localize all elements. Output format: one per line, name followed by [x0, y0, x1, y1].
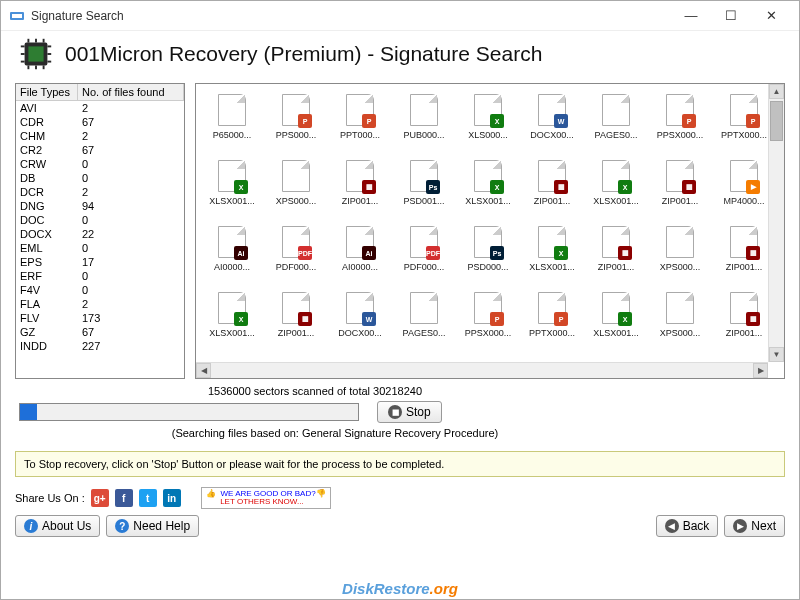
- file-item[interactable]: XXLSX001...: [586, 292, 646, 338]
- scroll-down-icon[interactable]: ▼: [769, 347, 784, 362]
- file-icon: ▦: [730, 292, 758, 324]
- progress-bar: [19, 403, 359, 421]
- close-button[interactable]: ✕: [751, 4, 791, 28]
- about-us-button[interactable]: i About Us: [15, 515, 100, 537]
- file-icon: Ai: [218, 226, 246, 258]
- file-name: PPTX000...: [522, 328, 582, 338]
- file-type-row[interactable]: FLA2: [16, 297, 184, 311]
- file-type-row[interactable]: CR267: [16, 143, 184, 157]
- minimize-button[interactable]: —: [671, 4, 711, 28]
- file-type-row[interactable]: F4V0: [16, 283, 184, 297]
- file-type-row[interactable]: CRW0: [16, 157, 184, 171]
- scroll-up-icon[interactable]: ▲: [769, 84, 784, 99]
- file-type-row[interactable]: FLV173: [16, 311, 184, 325]
- file-item[interactable]: PPPSX000...: [650, 94, 710, 140]
- file-item[interactable]: XXLSX001...: [522, 226, 582, 272]
- file-type-row[interactable]: DOCX22: [16, 227, 184, 241]
- facebook-icon[interactable]: f: [115, 489, 133, 507]
- col-file-types[interactable]: File Types: [16, 84, 78, 100]
- file-type-row[interactable]: DCR2: [16, 185, 184, 199]
- file-item[interactable]: XPS000...: [650, 292, 710, 338]
- file-item[interactable]: XXLS000...: [458, 94, 518, 140]
- file-item[interactable]: PPPS000...: [266, 94, 326, 140]
- file-item[interactable]: AiAI0000...: [330, 226, 390, 272]
- next-button[interactable]: ▶ Next: [724, 515, 785, 537]
- scroll-thumb[interactable]: [770, 101, 783, 141]
- googleplus-icon[interactable]: g+: [91, 489, 109, 507]
- file-type-row[interactable]: DOC0: [16, 213, 184, 227]
- need-help-button[interactable]: ? Need Help: [106, 515, 199, 537]
- page-title: 001Micron Recovery (Premium) - Signature…: [65, 42, 542, 66]
- file-item[interactable]: ▦ZIP001...: [586, 226, 646, 272]
- file-type-row[interactable]: EML0: [16, 241, 184, 255]
- file-item[interactable]: PAGES0...: [394, 292, 454, 338]
- file-name: XLSX001...: [202, 328, 262, 338]
- col-files-found[interactable]: No. of files found: [78, 84, 184, 100]
- file-item[interactable]: PPPSX000...: [458, 292, 518, 338]
- file-item[interactable]: ▦ZIP001...: [650, 160, 710, 206]
- file-name: PDF000...: [266, 262, 326, 272]
- scroll-left-icon[interactable]: ◀: [196, 363, 211, 378]
- feedback-button[interactable]: 👍 WE ARE GOOD OR BAD?👎 LET OTHERS KNOW..…: [201, 487, 331, 509]
- file-item[interactable]: WDOCX00...: [330, 292, 390, 338]
- file-name: XLSX001...: [202, 196, 262, 206]
- file-item[interactable]: ▶MP4000...: [714, 160, 774, 206]
- file-item[interactable]: PPPTX000...: [522, 292, 582, 338]
- svg-rect-3: [28, 46, 43, 61]
- files-grid[interactable]: P65000...PPPS000...PPPT000...PUB000...XX…: [198, 90, 782, 342]
- file-item[interactable]: P65000...: [202, 94, 262, 140]
- window-titlebar: Signature Search — ☐ ✕: [1, 1, 799, 31]
- file-item[interactable]: AiAI0000...: [202, 226, 262, 272]
- file-type-row[interactable]: DB0: [16, 171, 184, 185]
- file-types-header: File Types No. of files found: [16, 84, 184, 101]
- vertical-scrollbar[interactable]: ▲ ▼: [768, 84, 784, 362]
- maximize-button[interactable]: ☐: [711, 4, 751, 28]
- file-item[interactable]: WDOCX00...: [522, 94, 582, 140]
- file-item[interactable]: PDFPDF000...: [266, 226, 326, 272]
- file-item[interactable]: XPS000...: [650, 226, 710, 272]
- share-row: Share Us On : g+ f t in 👍 WE ARE GOOD OR…: [1, 483, 799, 513]
- file-item[interactable]: PsPSD000...: [458, 226, 518, 272]
- file-item[interactable]: PPPT000...: [330, 94, 390, 140]
- file-type-row[interactable]: EPS17: [16, 255, 184, 269]
- file-item[interactable]: PsPSD001...: [394, 160, 454, 206]
- file-item[interactable]: PUB000...: [394, 94, 454, 140]
- file-icon: [666, 226, 694, 258]
- file-item[interactable]: ▦ZIP001...: [714, 292, 774, 338]
- horizontal-scrollbar[interactable]: ◀ ▶: [196, 362, 768, 378]
- file-type-row[interactable]: ERF0: [16, 269, 184, 283]
- file-item[interactable]: ▦ZIP001...: [714, 226, 774, 272]
- back-button[interactable]: ◀ Back: [656, 515, 719, 537]
- stop-button[interactable]: ◼ Stop: [377, 401, 442, 423]
- share-label: Share Us On :: [15, 492, 85, 504]
- file-type-row[interactable]: INDD227: [16, 339, 184, 353]
- file-icon: ▦: [602, 226, 630, 258]
- file-name: XLSX001...: [586, 196, 646, 206]
- file-icon: Ps: [410, 160, 438, 192]
- twitter-icon[interactable]: t: [139, 489, 157, 507]
- file-item[interactable]: PDFPDF000...: [394, 226, 454, 272]
- file-types-list[interactable]: AVI2CDR67CHM2CR267CRW0DB0DCR2DNG94DOC0DO…: [16, 101, 184, 377]
- file-icon: X: [474, 94, 502, 126]
- file-item[interactable]: PAGES0...: [586, 94, 646, 140]
- file-type-row[interactable]: AVI2: [16, 101, 184, 115]
- file-item[interactable]: XXLSX001...: [202, 160, 262, 206]
- file-item[interactable]: ▦ZIP001...: [522, 160, 582, 206]
- file-icon: [218, 94, 246, 126]
- file-type-row[interactable]: GZ67: [16, 325, 184, 339]
- file-item[interactable]: XXLSX001...: [458, 160, 518, 206]
- scroll-right-icon[interactable]: ▶: [753, 363, 768, 378]
- file-icon: P: [474, 292, 502, 324]
- file-type-row[interactable]: DNG94: [16, 199, 184, 213]
- file-item[interactable]: XXLSX001...: [586, 160, 646, 206]
- info-icon: i: [24, 519, 38, 533]
- file-item[interactable]: ▦ZIP001...: [330, 160, 390, 206]
- linkedin-icon[interactable]: in: [163, 489, 181, 507]
- file-item[interactable]: XPS000...: [266, 160, 326, 206]
- file-type-row[interactable]: CHM2: [16, 129, 184, 143]
- file-item[interactable]: PPPTX000...: [714, 94, 774, 140]
- file-item[interactable]: XXLSX001...: [202, 292, 262, 338]
- progress-mode: (Searching files based on: General Signa…: [0, 427, 785, 439]
- file-type-row[interactable]: CDR67: [16, 115, 184, 129]
- file-item[interactable]: ▦ZIP001...: [266, 292, 326, 338]
